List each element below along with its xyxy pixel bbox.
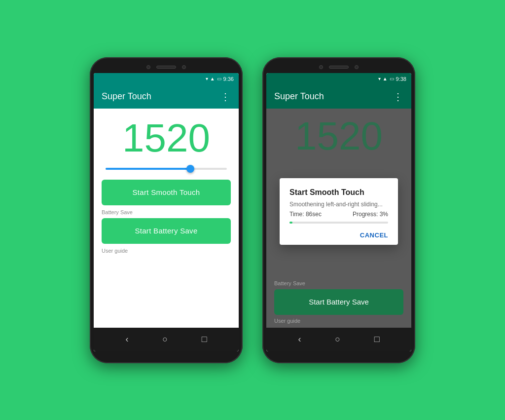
speaker — [156, 66, 176, 69]
phone1: ▾ ▲ ▭ 9:36 Super Touch ⋮ 1520 — [90, 57, 243, 363]
phone1-smooth-touch-button[interactable]: Start Smooth Touch — [102, 180, 231, 205]
wifi-icon: ▾ — [206, 76, 208, 81]
phone2-touch-number: 1520 — [295, 116, 383, 156]
dialog-title: Start Smooth Touch — [289, 188, 388, 197]
phone1-recent-button[interactable]: □ — [202, 334, 207, 344]
phone1-slider-track — [106, 168, 227, 170]
phone2-battery-save-button[interactable]: Start Battery Save — [274, 289, 403, 315]
dialog-time-label: Time: 86sec — [289, 211, 322, 218]
phone2-home-button[interactable]: ○ — [335, 334, 340, 344]
phone1-menu-button[interactable]: ⋮ — [220, 91, 231, 103]
dialog-progress-bar — [289, 222, 388, 224]
dialog-progress-row: Time: 86sec Progress: 3% — [289, 211, 388, 218]
phone1-battery-save-button[interactable]: Start Battery Save — [102, 218, 231, 244]
wifi-icon2: ▾ — [378, 76, 381, 81]
phone1-slider-fill — [106, 168, 190, 170]
phone2-battery-save-section-label: Battery Save — [274, 280, 403, 286]
phone2-back-button[interactable]: ‹ — [298, 334, 301, 344]
dialog-subtitle: Smoothening left-and-right sliding... — [289, 201, 388, 208]
phone2-app-bar: Super Touch ⋮ — [266, 85, 411, 109]
camera-dot2 — [182, 65, 186, 69]
phone1-user-guide-label: User guide — [102, 248, 128, 254]
phone1-content: 1520 Start Smooth Touch Battery Save Sta… — [94, 109, 239, 328]
dialog-cancel-button[interactable]: CANCEL — [360, 229, 388, 241]
dialog-progress-label: Progress: 3% — [353, 211, 388, 218]
phone1-battery-save-section-label: Battery Save — [102, 209, 133, 215]
battery-icon2: ▭ — [390, 76, 394, 81]
phone2: ▾ ▲ ▭ 9:38 Super Touch ⋮ 1520 Start Smoo… — [262, 57, 415, 363]
phone2-bottom — [266, 351, 411, 359]
phone1-home-button[interactable]: ○ — [162, 334, 168, 344]
phone1-app-title: Super Touch — [102, 91, 151, 102]
camera-dot — [146, 65, 150, 69]
phone1-screen: ▾ ▲ ▭ 9:36 Super Touch ⋮ 1520 — [94, 73, 239, 351]
phone1-top-bar — [94, 61, 239, 73]
phone1-time: 9:36 — [223, 76, 234, 82]
phone2-recent-button[interactable]: □ — [374, 334, 380, 344]
phone2-nav-bar: ‹ ○ □ — [266, 328, 411, 351]
phone2-status-bar: ▾ ▲ ▭ 9:38 — [266, 73, 411, 85]
battery-icon: ▭ — [217, 76, 221, 81]
phone2-app-title: Super Touch — [274, 91, 324, 102]
phone1-device: ▾ ▲ ▭ 9:36 Super Touch ⋮ 1520 — [90, 57, 243, 363]
phone1-nav-bar: ‹ ○ □ — [94, 328, 239, 351]
phone1-slider-container — [102, 168, 231, 170]
dialog-progress-bar-fill — [289, 222, 292, 224]
phone1-back-button[interactable]: ‹ — [125, 334, 128, 344]
phone2-screen: ▾ ▲ ▭ 9:38 Super Touch ⋮ 1520 Start Smoo… — [266, 73, 411, 351]
phone1-status-icons: ▾ ▲ ▭ — [206, 76, 221, 81]
phone1-bottom — [94, 351, 239, 359]
phone2-status-icons: ▾ ▲ ▭ — [378, 76, 394, 81]
signal-icon2: ▲ — [383, 76, 388, 81]
signal-icon: ▲ — [210, 76, 215, 81]
phone2-content: 1520 Start Smooth Touch Smoothening left… — [266, 109, 411, 328]
phone2-time: 9:38 — [396, 76, 406, 82]
phone1-slider-thumb[interactable] — [186, 165, 194, 173]
speaker2 — [329, 66, 349, 69]
phone1-touch-number: 1520 — [122, 118, 210, 158]
phone2-top-bar — [266, 61, 411, 73]
phone2-menu-button[interactable]: ⋮ — [393, 91, 403, 103]
phone1-status-bar: ▾ ▲ ▭ 9:36 — [94, 73, 239, 85]
phone2-user-guide-label: User guide — [274, 318, 403, 324]
phone1-app-bar: Super Touch ⋮ — [94, 85, 239, 109]
camera-dot4 — [355, 65, 359, 69]
camera-dot3 — [319, 65, 323, 69]
phone2-device: ▾ ▲ ▭ 9:38 Super Touch ⋮ 1520 Start Smoo… — [262, 57, 415, 363]
smooth-touch-dialog: Start Smooth Touch Smoothening left-and-… — [280, 178, 398, 245]
dialog-actions: CANCEL — [289, 229, 388, 241]
